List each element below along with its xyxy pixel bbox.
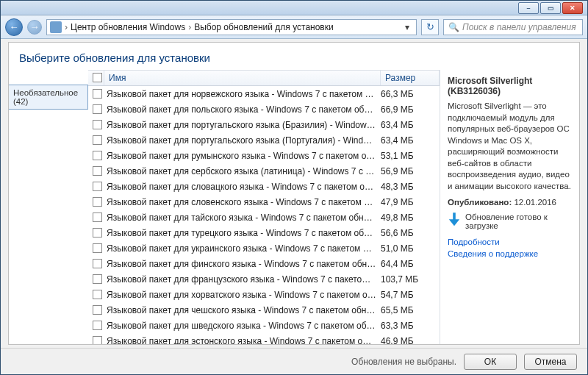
row-checkbox[interactable] [93,104,102,114]
update-name: Языковой пакет для словацкого языка - Wi… [107,182,381,192]
table-row[interactable]: Языковой пакет для турецкого языка - Win… [88,225,440,240]
update-size: 54,7 МБ [381,290,440,300]
window: – ▭ ✕ ← → › Центр обновления Windows › В… [0,0,588,375]
update-size: 63,3 МБ [381,321,440,331]
table-row[interactable]: Языковой пакет для шведского языка - Win… [88,318,440,333]
search-input[interactable]: 🔍 Поиск в панели управления [443,19,583,35]
update-size: 65,5 МБ [381,305,440,315]
back-button[interactable]: ← [5,18,23,36]
row-checkbox[interactable] [93,182,102,191]
update-size: 46,9 МБ [381,336,440,345]
breadcrumb[interactable]: › Центр обновления Windows › Выбор обнов… [46,19,417,35]
update-name: Языковой пакет для сербского языка (лати… [107,166,381,176]
details-published: Опубликовано: 12.01.2016 [448,198,572,207]
table-row[interactable]: Языковой пакет для украинского языка - W… [88,240,440,256]
table-row[interactable]: Языковой пакет для эстонского языка - Wi… [88,333,440,344]
column-size[interactable]: Размер [381,71,440,85]
breadcrumb-sep: › [65,22,68,32]
update-name: Языковой пакет для турецкого языка - Win… [107,228,381,238]
row-checkbox[interactable] [93,321,102,330]
breadcrumb-dropdown[interactable]: ▾ [401,22,413,32]
row-checkbox[interactable] [93,135,102,145]
row-checkbox[interactable] [93,290,102,299]
ok-button[interactable]: ОК [464,354,517,370]
update-name: Языковой пакет для норвежского языка - W… [107,89,381,99]
footer: Обновления не выбраны. ОК Отмена [1,348,587,374]
details-title: Microsoft Silverlight (KB3126036) [448,76,572,96]
breadcrumb-item[interactable]: Выбор обновлений для установки [194,22,334,32]
cancel-button[interactable]: Отмена [524,354,577,370]
maximize-button[interactable]: ▭ [540,2,561,14]
table-row[interactable]: Языковой пакет для чешского языка - Wind… [88,302,440,318]
search-icon: 🔍 [448,22,459,32]
update-name: Языковой пакет для румынского языка - Wi… [107,151,381,161]
breadcrumb-sep: › [188,22,191,32]
update-size: 53,1 МБ [381,151,440,161]
update-name: Языковой пакет для чешского языка - Wind… [107,305,381,315]
table-row[interactable]: Языковой пакет для хорватского языка - W… [88,287,440,302]
row-checkbox[interactable] [93,243,102,253]
page-title: Выберите обновления для установки [9,43,579,70]
breadcrumb-item[interactable]: Центр обновления Windows [71,22,185,32]
search-placeholder: Поиск в панели управления [462,22,576,32]
list-header: Имя Размер [88,70,440,86]
table-row[interactable]: Языковой пакет для французского языка - … [88,271,440,287]
row-checkbox[interactable] [93,305,102,315]
category-sidebar: Необязательное (42) [9,70,88,344]
update-name: Языковой пакет для шведского языка - Win… [107,321,381,331]
update-name: Языковой пакет для португальского языка … [107,135,381,146]
column-name[interactable]: Имя [104,71,381,85]
control-panel-icon [50,21,62,33]
table-row[interactable]: Языковой пакет для сербского языка (лати… [88,163,440,179]
update-size: 64,4 МБ [381,259,440,269]
updates-list: Имя Размер Языковой пакет для норвежског… [88,70,440,344]
row-checkbox[interactable] [93,166,102,176]
table-row[interactable]: Языковой пакет для тайского языка - Wind… [88,210,440,225]
update-name: Языковой пакет для португальского языка … [107,120,381,130]
update-size: 66,9 МБ [381,104,440,115]
row-checkbox[interactable] [93,274,102,284]
row-checkbox[interactable] [93,151,102,160]
update-name: Языковой пакет для французского языка - … [107,274,381,285]
update-size: 56,6 МБ [381,228,440,238]
row-checkbox[interactable] [93,259,102,268]
update-name: Языковой пакет для словенского языка - W… [107,197,381,207]
details-link-support[interactable]: Сведения о поддержке [448,249,572,258]
list-body[interactable]: Языковой пакет для норвежского языка - W… [88,86,440,344]
update-name: Языковой пакет для хорватского языка - W… [107,290,381,300]
table-row[interactable]: Языковой пакет для польского языка - Win… [88,101,440,117]
row-checkbox[interactable] [93,213,102,222]
table-row[interactable]: Языковой пакет для словацкого языка - Wi… [88,179,440,194]
update-name: Языковой пакет для финского языка - Wind… [107,259,381,269]
update-size: 63,4 МБ [381,120,440,130]
table-row[interactable]: Языковой пакет для португальского языка … [88,117,440,132]
details-link-more[interactable]: Подробности [448,238,572,246]
header-checkbox[interactable] [88,71,104,85]
table-row[interactable]: Языковой пакет для финского языка - Wind… [88,256,440,271]
row-checkbox[interactable] [93,197,102,207]
table-row[interactable]: Языковой пакет для португальского языка … [88,132,440,148]
update-name: Языковой пакет для украинского языка - W… [107,243,381,254]
update-size: 48,3 МБ [381,182,440,192]
refresh-button[interactable]: ↻ [421,19,439,35]
address-bar: ← → › Центр обновления Windows › Выбор о… [1,15,587,39]
footer-status: Обновления не выбраны. [351,357,456,367]
row-checkbox[interactable] [93,228,102,238]
row-checkbox[interactable] [93,120,102,129]
category-optional[interactable]: Необязательное (42) [9,85,88,110]
close-button[interactable]: ✕ [562,2,583,14]
update-size: 47,9 МБ [381,197,440,207]
row-checkbox[interactable] [93,336,102,344]
table-row[interactable]: Языковой пакет для норвежского языка - W… [88,86,440,101]
forward-button[interactable]: → [27,20,42,35]
table-row[interactable]: Языковой пакет для словенского языка - W… [88,194,440,210]
update-size: 66,3 МБ [381,89,440,99]
titlebar: – ▭ ✕ [1,1,587,15]
minimize-button[interactable]: – [518,2,539,14]
details-ready: Обновление готово к загрузке [448,213,572,230]
row-checkbox[interactable] [93,89,102,99]
table-row[interactable]: Языковой пакет для румынского языка - Wi… [88,148,440,163]
update-name: Языковой пакет для эстонского языка - Wi… [107,336,381,345]
update-size: 63,4 МБ [381,135,440,146]
update-name: Языковой пакет для тайского языка - Wind… [107,213,381,223]
